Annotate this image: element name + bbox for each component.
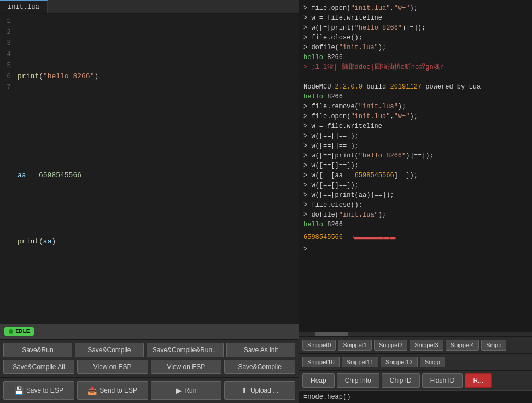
snippet-12-button[interactable]: Snippet12 (381, 357, 418, 367)
save-to-esp-label: Save to ESP (26, 387, 63, 394)
line-numbers: 1 2 3 4 5 6 7 (0, 16, 15, 322)
snippet-3-button[interactable]: Snippet3 (410, 340, 443, 351)
scroll-thumb[interactable] (315, 332, 348, 336)
chip-info-button[interactable]: Chip Info (337, 373, 379, 388)
upload-label: Upload ... (250, 387, 278, 394)
save-compile-all-button[interactable]: Save&Compile All (3, 360, 74, 374)
idle-dot (9, 329, 13, 334)
snippet-1-button[interactable]: Snippet1 (338, 340, 371, 351)
flash-id-button[interactable]: Flash ID (422, 373, 463, 388)
upload-icon: ⬆ (241, 386, 248, 395)
btn-row-2: Save&Compile All View on ESP View on ESP… (3, 360, 295, 374)
snippet-row-2: Snippet10 Snippet11 Snippet12 Snipp (299, 353, 532, 370)
btn-row-1: Save&Run Save&Compile Save&Compile&Run..… (3, 343, 295, 357)
save-compile-button[interactable]: Save&Compile (75, 343, 144, 357)
chip-id-button[interactable]: Chip ID (382, 373, 420, 388)
save-run-button[interactable]: Save&Run (3, 343, 72, 357)
run-button[interactable]: ▶ Run (151, 381, 222, 400)
node-status: =node.heap() (299, 390, 532, 403)
action-buttons: 💾 Save to ESP 📤 Send to ESP ▶ Run ⬆ Uplo… (0, 377, 299, 403)
snippet-11-button[interactable]: Snippet11 (342, 357, 379, 367)
terminal-scrollbar[interactable] (299, 332, 532, 336)
view-on-esp-button-1[interactable]: View on ESP (77, 360, 148, 374)
save-as-init-button[interactable]: Save As init (226, 343, 295, 357)
status-bar: IDLE (0, 324, 299, 339)
snippet-0-button[interactable]: Snippet0 (302, 340, 336, 351)
restart-button[interactable]: R... (465, 373, 492, 388)
save-to-esp-button[interactable]: 💾 Save to ESP (3, 381, 74, 400)
snippet-extra-button[interactable]: Snipp (481, 340, 506, 351)
save-compile-run-button[interactable]: Save&Compile&Run... (147, 343, 224, 357)
view-on-esp-button-2[interactable]: View on ESP (151, 360, 222, 374)
code-content[interactable]: print("hello 8266") aa = 6598545566 prin… (15, 16, 299, 322)
snippet-4-button[interactable]: Snippet4 (446, 340, 479, 351)
heap-button[interactable]: Heap (302, 373, 335, 388)
send-to-esp-label: Send to ESP (100, 387, 137, 394)
editor-buttons: Save&Run Save&Compile Save&Compile&Run..… (0, 339, 299, 377)
output-number: 6598545566 (303, 232, 343, 242)
terminal-output[interactable]: > file.open("init.lua","w+"); > w = file… (299, 0, 532, 332)
esp-controls: Heap Chip Info Chip ID Flash ID R... (299, 370, 532, 390)
tabs-bar: init.lua (0, 0, 299, 14)
idle-label: IDLE (15, 328, 30, 335)
idle-badge: IDLE (4, 327, 34, 336)
save-icon: 💾 (14, 386, 24, 395)
red-arrow: →▬▬▬▬▬▬▬ (348, 230, 395, 244)
node-heap-text: =node.heap() (303, 393, 350, 401)
send-to-esp-button[interactable]: 📤 Send to ESP (77, 381, 148, 400)
send-icon: 📤 (87, 386, 97, 395)
snippet-extra2-button[interactable]: Snipp (420, 357, 445, 367)
snippet-2-button[interactable]: Snippet2 (374, 340, 407, 351)
tab-init-lua[interactable]: init.lua (0, 0, 48, 13)
editor-panel: init.lua 1 2 3 4 5 6 7 print("hello 8266… (0, 0, 299, 403)
upload-button[interactable]: ⬆ Upload ... (224, 381, 295, 400)
run-icon: ▶ (176, 386, 182, 395)
run-label: Run (184, 387, 196, 394)
code-area[interactable]: 1 2 3 4 5 6 7 print("hello 8266") aa = 6… (0, 14, 299, 324)
save-compile-2-button[interactable]: Save&Compile (224, 360, 295, 374)
snippet-10-button[interactable]: Snippet10 (302, 357, 340, 367)
snippet-row-1: Snippet0 Snippet1 Snippet2 Snippet3 Snip… (299, 336, 532, 353)
terminal-panel: > file.open("init.lua","w+"); > w = file… (299, 0, 532, 403)
